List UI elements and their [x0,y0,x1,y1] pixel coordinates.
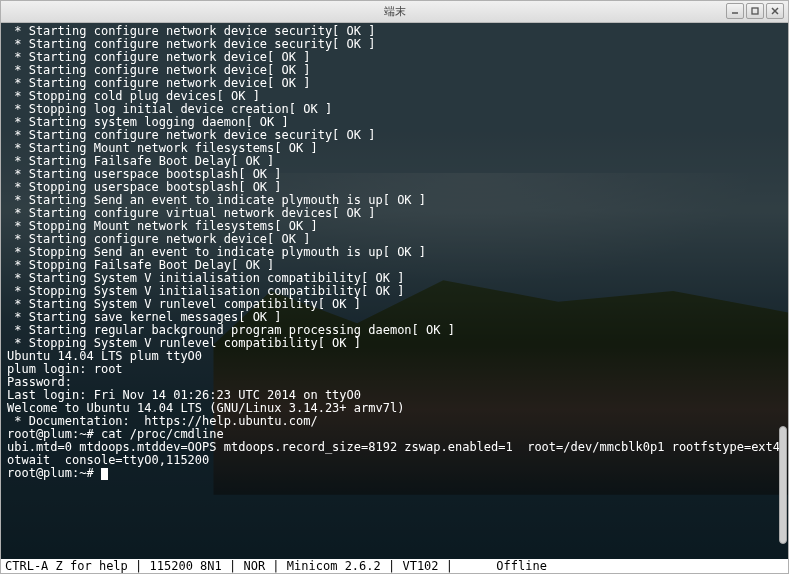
minimize-icon [730,6,740,16]
status-app: Minicom 2.6.2 [287,559,381,573]
window-title: 端末 [384,4,406,19]
terminal-line: root@plum:~# [7,467,782,480]
minimize-button[interactable] [726,3,744,19]
terminal-output[interactable]: * Starting configure network device secu… [1,23,788,559]
terminal-viewport[interactable]: * Starting configure network device secu… [1,23,788,559]
status-help: CTRL-A Z for help [5,559,128,573]
close-icon [770,6,780,16]
terminal-line: plum login: root [7,363,782,376]
terminal-cursor [101,468,108,480]
close-button[interactable] [766,3,784,19]
vertical-scrollbar[interactable] [778,22,788,560]
minicom-statusbar: CTRL-A Z for help | 115200 8N1 | NOR | M… [1,559,788,573]
status-mode: NOR [243,559,265,573]
status-term: VT102 [402,559,438,573]
window-controls [726,3,784,19]
scrollbar-thumb[interactable] [779,426,787,544]
terminal-line: Ubuntu 14.04 LTS plum ttyO0 [7,350,782,363]
terminal-line: otwait console=ttyO0,115200 [7,454,782,467]
maximize-button[interactable] [746,3,764,19]
status-conn: Offline [496,559,547,573]
maximize-icon [750,6,760,16]
svg-rect-1 [752,8,758,14]
terminal-window: 端末 * Starting configure network device s… [0,0,789,574]
status-serial: 115200 8N1 [150,559,222,573]
titlebar[interactable]: 端末 [1,1,788,23]
